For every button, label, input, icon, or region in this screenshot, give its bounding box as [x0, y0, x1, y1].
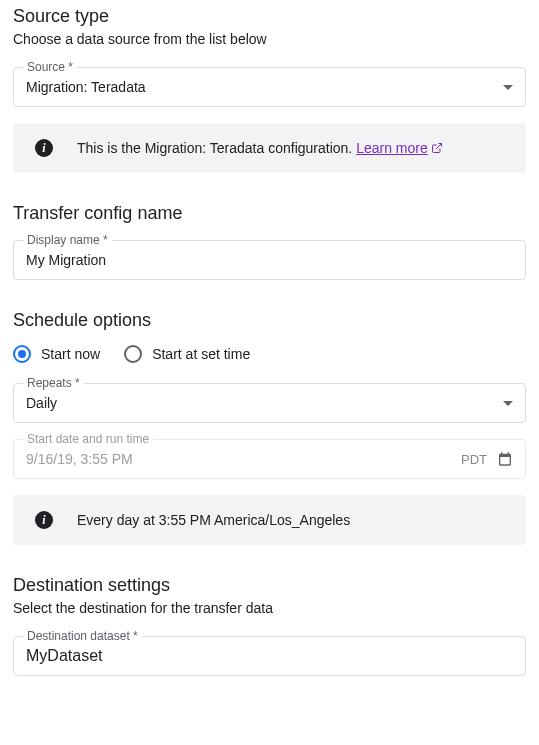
radio-start-set-label: Start at set time — [152, 346, 250, 362]
learn-more-link[interactable]: Learn more — [356, 140, 443, 156]
transfer-config-section: Transfer config name Display name * — [13, 203, 526, 280]
dest-dataset-label: Destination dataset * — [23, 629, 142, 643]
svg-line-0 — [436, 144, 442, 150]
timezone-badge: PDT — [461, 452, 487, 467]
datetime-field-wrapper: Start date and run time 9/16/19, 3:55 PM… — [13, 439, 526, 479]
dest-dataset-input[interactable] — [26, 647, 513, 665]
schedule-info-box: i Every day at 3:55 PM America/Los_Angel… — [13, 495, 526, 545]
chevron-down-icon — [503, 85, 513, 90]
datetime-value: 9/16/19, 3:55 PM — [26, 451, 133, 467]
source-type-title: Source type — [13, 6, 526, 27]
transfer-config-title: Transfer config name — [13, 203, 526, 224]
repeats-field-wrapper: Repeats * Daily — [13, 383, 526, 423]
schedule-radio-group: Start now Start at set time — [13, 345, 526, 363]
source-type-section: Source type Choose a data source from th… — [13, 6, 526, 173]
source-type-desc: Choose a data source from the list below — [13, 31, 526, 47]
dest-dataset-field-wrapper: Destination dataset * — [13, 636, 526, 676]
chevron-down-icon — [503, 401, 513, 406]
source-field-wrapper: Source * Migration: Teradata — [13, 67, 526, 107]
info-icon: i — [35, 511, 53, 529]
display-name-input[interactable] — [26, 252, 513, 268]
source-select[interactable]: Migration: Teradata — [13, 67, 526, 107]
source-info-box: i This is the Migration: Teradata config… — [13, 123, 526, 173]
radio-icon — [13, 345, 31, 363]
calendar-icon — [497, 451, 513, 467]
source-select-value: Migration: Teradata — [26, 79, 146, 95]
radio-start-set-time[interactable]: Start at set time — [124, 345, 250, 363]
repeats-select[interactable]: Daily — [13, 383, 526, 423]
destination-title: Destination settings — [13, 575, 526, 596]
source-info-text: This is the Migration: Teradata configur… — [77, 140, 443, 156]
repeats-value: Daily — [26, 395, 57, 411]
source-field-label: Source * — [23, 60, 77, 74]
destination-desc: Select the destination for the transfer … — [13, 600, 526, 616]
destination-settings-section: Destination settings Select the destinat… — [13, 575, 526, 676]
radio-start-now-label: Start now — [41, 346, 100, 362]
external-link-icon — [431, 142, 443, 154]
schedule-info-text: Every day at 3:55 PM America/Los_Angeles — [77, 512, 350, 528]
datetime-label: Start date and run time — [23, 432, 153, 446]
schedule-options-title: Schedule options — [13, 310, 526, 331]
radio-start-now[interactable]: Start now — [13, 345, 100, 363]
repeats-label: Repeats * — [23, 376, 84, 390]
radio-icon — [124, 345, 142, 363]
schedule-options-section: Schedule options Start now Start at set … — [13, 310, 526, 545]
display-name-field-wrapper: Display name * — [13, 240, 526, 280]
info-icon: i — [35, 139, 53, 157]
display-name-label: Display name * — [23, 233, 112, 247]
